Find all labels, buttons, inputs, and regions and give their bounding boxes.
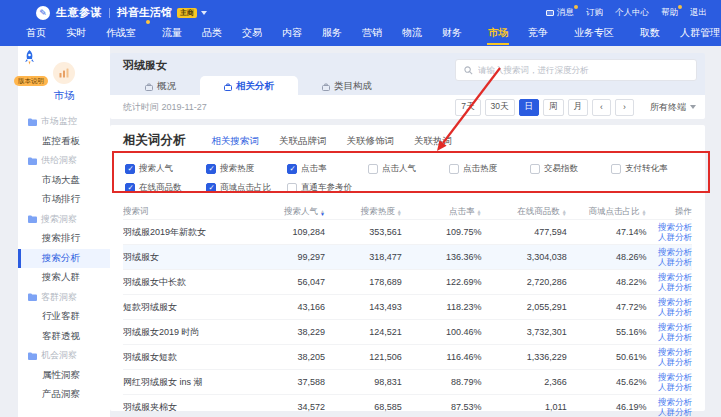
cell-search-heat: 98,831	[325, 377, 402, 387]
metric-search-heat[interactable]: 搜索热度	[206, 159, 287, 178]
crowd-analysis-link[interactable]: 人群分析	[646, 307, 692, 318]
nav-crowd-management[interactable]: 人群管理	[670, 22, 721, 46]
crowd-analysis-link[interactable]: 人群分析	[646, 257, 692, 268]
col-header-search-popularity[interactable]: 搜索人气▲▼	[254, 206, 325, 218]
crowd-analysis-link[interactable]: 人群分析	[646, 357, 692, 368]
nav-finance[interactable]: 财务	[432, 22, 472, 46]
sidebar-item-market-ranking[interactable]: 市场排行	[18, 190, 110, 210]
nav-data-extract[interactable]: 取数	[630, 22, 670, 46]
subtab-related-search-words[interactable]: 相关搜索词	[212, 135, 260, 153]
metric-trade-index[interactable]: 交易指数	[530, 159, 611, 178]
version-float[interactable]: 版本说明	[14, 50, 44, 87]
search-analysis-link[interactable]: 搜索分析	[646, 322, 692, 333]
tab-overview[interactable]: 概况	[121, 76, 200, 97]
subtab-modifier-words[interactable]: 关联修饰词	[347, 135, 395, 153]
nav-traffic[interactable]: 流量	[152, 22, 192, 46]
crowd-analysis-link[interactable]: 人群分析	[646, 382, 692, 393]
prev-period-button[interactable]: ‹	[592, 99, 611, 116]
nav-market[interactable]: 市场	[478, 22, 518, 46]
crowd-analysis-link[interactable]: 人群分析	[646, 332, 692, 343]
sidebar-item-product-insight[interactable]: 产品洞察	[18, 385, 110, 405]
personal-center-link[interactable]: 个人中心	[615, 7, 649, 19]
nav-competition[interactable]: 竞争	[518, 22, 558, 46]
briefcase-icon	[224, 83, 232, 91]
sidebar-item-search-crowd[interactable]: 搜索人群	[18, 268, 110, 288]
sidebar-item-customer-perspective[interactable]: 客群透视	[18, 327, 110, 347]
search-analysis-link[interactable]: 搜索分析	[646, 272, 692, 283]
chevron-down-icon[interactable]	[201, 11, 207, 15]
search-input[interactable]	[478, 65, 688, 75]
cell-ctr: 136.36%	[402, 252, 482, 262]
next-period-button[interactable]: ›	[615, 99, 634, 116]
crowd-analysis-link[interactable]: 人群分析	[646, 232, 692, 243]
messages-link[interactable]: 消息	[546, 7, 574, 19]
table-row[interactable]: 羽绒服夹棉女 34,572 68,585 87.53% 1,011 46.19%…	[123, 394, 692, 417]
nav-category[interactable]: 品类	[192, 22, 232, 46]
nav-trade[interactable]: 交易	[232, 22, 272, 46]
tab-related-analysis[interactable]: 相关分析	[200, 76, 298, 97]
metric-click-heat[interactable]: 点击热度	[449, 159, 530, 178]
help-link[interactable]: 帮助	[661, 7, 678, 19]
nav-service[interactable]: 服务	[312, 22, 352, 46]
folder-icon	[28, 157, 37, 165]
sidebar-item-market-overview[interactable]: 市场大盘	[18, 171, 110, 191]
subtab-brand-words[interactable]: 关联品牌词	[279, 135, 327, 153]
nav-logistics[interactable]: 物流	[392, 22, 432, 46]
sidebar-item-industry-customers[interactable]: 行业客群	[18, 307, 110, 327]
nav-marketing[interactable]: 营销	[352, 22, 392, 46]
col-header-mall-click-share[interactable]: 商城点击占比▲▼	[567, 206, 647, 218]
table-row[interactable]: 羽绒服女中长款 56,047 178,689 122.69% 2,720,286…	[123, 269, 692, 294]
sidebar-group-customer-insight: 客群洞察	[18, 288, 110, 308]
table-row[interactable]: 羽绒服2019年新款女 109,284 353,561 109.75% 477,…	[123, 219, 692, 244]
crowd-analysis-link[interactable]: 人群分析	[646, 282, 692, 293]
table-row[interactable]: 网红羽绒服女 ins 潮 37,588 98,831 88.79% 2,366 …	[123, 369, 692, 394]
nav-business-zone[interactable]: 业务专区	[564, 22, 624, 46]
metric-mall-click-share[interactable]: 商城点击占比	[206, 178, 287, 197]
metric-ctr[interactable]: 点击率	[287, 159, 368, 178]
tab-category-composition[interactable]: 类目构成	[298, 76, 396, 97]
range-7d-button[interactable]: 7天	[455, 99, 480, 116]
search-analysis-link[interactable]: 搜索分析	[646, 247, 692, 258]
range-week-button[interactable]: 周	[543, 99, 564, 116]
logo-divider	[109, 8, 110, 18]
search-analysis-link[interactable]: 搜索分析	[646, 222, 692, 233]
subscribe-link[interactable]: 订购	[586, 7, 603, 19]
table-row[interactable]: 短款羽绒服女 43,166 143,493 118.23% 2,055,291 …	[123, 294, 692, 319]
metric-zhitongche-price[interactable]: 直通车参考价	[287, 178, 368, 197]
cell-ctr: 118.23%	[402, 302, 482, 312]
subtab-hot-words[interactable]: 关联热词	[414, 135, 452, 153]
terminal-filter-dropdown[interactable]: 所有终端	[650, 101, 696, 114]
metric-online-products[interactable]: 在线商品数	[125, 178, 206, 197]
sidebar-item-monitor-board[interactable]: 监控看板	[18, 132, 110, 152]
metric-pay-conversion[interactable]: 支付转化率	[611, 159, 692, 178]
logout-link[interactable]: 退出	[690, 7, 707, 19]
sidebar-item-search-ranking[interactable]: 搜索排行	[18, 229, 110, 249]
table-row[interactable]: 羽绒服女短款 38,205 121,506 116.46% 1,336,229 …	[123, 344, 692, 369]
nav-home[interactable]: 首页	[16, 22, 56, 46]
brand-row: ✎ 生意参谋 抖音生活馆 主商 消息 订购 个人中心 帮助 退出	[0, 0, 721, 22]
cell-ctr: 122.69%	[402, 277, 482, 287]
search-analysis-link[interactable]: 搜索分析	[646, 347, 692, 358]
col-header-ctr[interactable]: 点击率▲▼	[402, 206, 482, 218]
metric-click-popularity[interactable]: 点击人气	[368, 159, 449, 178]
sidebar-item-search-analysis[interactable]: 搜索分析	[18, 249, 110, 269]
range-day-button[interactable]: 日	[519, 99, 540, 116]
folder-icon	[28, 118, 37, 126]
nav-warroom[interactable]: 作战室	[96, 22, 146, 46]
col-header-search-heat[interactable]: 搜索热度▲▼	[325, 206, 402, 218]
cell-word: 羽绒服女短款	[123, 351, 254, 364]
keyword-search-box[interactable]	[455, 59, 697, 81]
crowd-analysis-link[interactable]: 人群分析	[646, 407, 692, 417]
nav-content[interactable]: 内容	[272, 22, 312, 46]
range-month-button[interactable]: 月	[568, 99, 589, 116]
col-header-online-products[interactable]: 在线商品数▲▼	[481, 206, 566, 218]
search-analysis-link[interactable]: 搜索分析	[646, 372, 692, 383]
metric-search-popularity[interactable]: 搜索人气	[125, 159, 206, 178]
search-analysis-link[interactable]: 搜索分析	[646, 297, 692, 308]
sidebar-item-attribute-insight[interactable]: 属性洞察	[18, 366, 110, 386]
search-analysis-link[interactable]: 搜索分析	[646, 397, 692, 408]
nav-realtime[interactable]: 实时	[56, 22, 96, 46]
range-30d-button[interactable]: 30天	[485, 99, 515, 116]
table-row[interactable]: 羽绒服女 99,297 318,477 136.36% 3,304,038 48…	[123, 244, 692, 269]
table-row[interactable]: 羽绒服女2019 时尚 38,229 124,521 100.46% 3,732…	[123, 319, 692, 344]
